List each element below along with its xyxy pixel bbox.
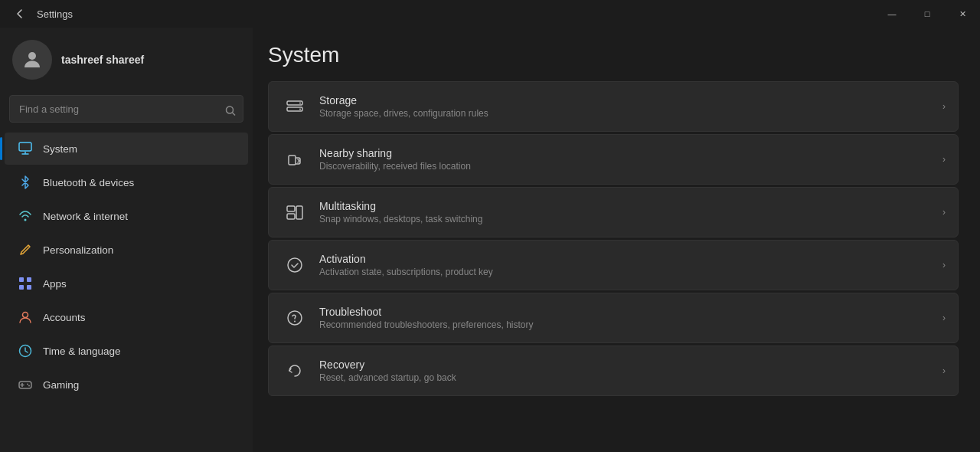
search-container <box>0 92 253 132</box>
window-title: Settings <box>37 8 73 20</box>
nearby-sharing-icon <box>281 146 309 173</box>
svg-point-6 <box>24 219 27 221</box>
svg-rect-3 <box>19 142 31 151</box>
storage-icon <box>281 93 309 120</box>
window-controls: — □ ✕ <box>874 0 980 28</box>
svg-point-20 <box>299 103 301 104</box>
activation-text: Activation Activation state, subscriptio… <box>319 253 936 277</box>
time-icon <box>17 342 34 359</box>
storage-chevron: › <box>942 101 946 112</box>
setting-row-troubleshoot[interactable]: Troubleshoot Recommended troubleshooters… <box>268 293 959 343</box>
svg-point-21 <box>299 109 301 110</box>
recovery-chevron: › <box>942 365 946 376</box>
sidebar-item-system[interactable]: System <box>5 133 248 165</box>
recovery-text: Recovery Reset, advanced startup, go bac… <box>319 359 936 383</box>
activation-chevron: › <box>942 260 946 270</box>
svg-point-17 <box>28 385 30 387</box>
maximize-button[interactable]: □ <box>910 0 945 28</box>
recovery-title: Recovery <box>319 359 936 371</box>
sidebar-item-label-bluetooth: Bluetooth & devices <box>43 177 134 188</box>
svg-point-16 <box>27 384 28 385</box>
sidebar-item-personalization[interactable]: Personalization <box>5 234 248 266</box>
svg-rect-25 <box>296 206 302 219</box>
troubleshoot-icon <box>281 304 309 332</box>
sidebar-item-label-network: Network & internet <box>43 211 128 222</box>
sidebar-item-network[interactable]: Network & internet <box>5 200 248 232</box>
minimize-button[interactable]: — <box>874 0 910 28</box>
multitasking-title: Multitasking <box>319 200 936 212</box>
setting-row-storage[interactable]: Storage Storage space, drives, configura… <box>268 81 959 132</box>
multitasking-chevron: › <box>942 207 946 218</box>
personalization-icon <box>17 241 34 258</box>
close-button[interactable]: ✕ <box>945 0 980 28</box>
troubleshoot-text: Troubleshoot Recommended troubleshooters… <box>319 306 936 330</box>
gaming-icon <box>17 376 34 393</box>
titlebar: Settings — □ ✕ <box>0 0 980 28</box>
storage-title: Storage <box>319 94 936 106</box>
svg-point-11 <box>23 313 28 318</box>
activation-desc: Activation state, subscriptions, product… <box>319 267 936 277</box>
svg-rect-24 <box>287 214 295 219</box>
sidebar-item-label-gaming: Gaming <box>43 379 79 391</box>
back-button[interactable] <box>9 3 31 25</box>
svg-rect-7 <box>19 277 24 282</box>
sidebar-item-label-system: System <box>43 143 77 155</box>
troubleshoot-chevron: › <box>942 313 946 323</box>
network-icon <box>17 208 34 224</box>
app-body: tashreef shareef System <box>0 28 980 452</box>
svg-rect-9 <box>19 285 24 290</box>
page-title: System <box>268 43 959 67</box>
system-icon <box>17 140 34 157</box>
svg-point-0 <box>28 52 36 60</box>
troubleshoot-desc: Recommended troubleshooters, preferences… <box>319 319 936 330</box>
recovery-icon <box>281 357 309 385</box>
setting-row-recovery[interactable]: Recovery Reset, advanced startup, go bac… <box>268 346 959 396</box>
sidebar-item-label-time: Time & language <box>43 346 121 357</box>
svg-rect-23 <box>287 206 295 211</box>
bluetooth-icon <box>17 174 34 191</box>
svg-point-26 <box>288 258 302 272</box>
multitasking-text: Multitasking Snap windows, desktops, tas… <box>319 200 936 224</box>
storage-text: Storage Storage space, drives, configura… <box>319 94 936 119</box>
svg-rect-8 <box>27 277 31 282</box>
sidebar-item-gaming[interactable]: Gaming <box>5 368 248 401</box>
user-profile[interactable]: tashreef shareef <box>0 28 253 92</box>
svg-rect-10 <box>27 285 31 290</box>
sidebar-item-label-accounts: Accounts <box>43 312 86 323</box>
sidebar: tashreef shareef System <box>0 28 253 452</box>
setting-row-nearby-sharing[interactable]: Nearby sharing Discoverability, received… <box>268 134 959 185</box>
nearby-sharing-title: Nearby sharing <box>319 147 936 159</box>
nearby-sharing-chevron: › <box>942 154 946 165</box>
sidebar-item-accounts[interactable]: Accounts <box>5 301 248 333</box>
avatar <box>12 40 52 80</box>
setting-row-multitasking[interactable]: Multitasking Snap windows, desktops, tas… <box>268 187 959 237</box>
activation-icon <box>281 251 309 279</box>
multitasking-icon <box>281 198 309 226</box>
apps-icon <box>17 275 34 292</box>
sidebar-item-time[interactable]: Time & language <box>5 335 248 367</box>
sidebar-item-label-apps: Apps <box>43 278 67 290</box>
accounts-icon <box>17 309 34 326</box>
nearby-sharing-desc: Discoverability, received files location <box>319 161 936 172</box>
main-content: System Storage Storage space, drives, co… <box>253 28 980 452</box>
user-name: tashreef shareef <box>61 54 144 66</box>
sidebar-item-bluetooth[interactable]: Bluetooth & devices <box>5 166 248 198</box>
storage-desc: Storage space, drives, configuration rul… <box>319 108 936 119</box>
multitasking-desc: Snap windows, desktops, task switching <box>319 214 936 224</box>
recovery-desc: Reset, advanced startup, go back <box>319 372 936 383</box>
sidebar-item-apps[interactable]: Apps <box>5 267 248 300</box>
activation-title: Activation <box>319 253 936 265</box>
svg-point-28 <box>294 321 296 323</box>
search-input[interactable] <box>9 95 243 123</box>
setting-row-activation[interactable]: Activation Activation state, subscriptio… <box>268 240 959 290</box>
svg-rect-22 <box>289 156 296 165</box>
troubleshoot-title: Troubleshoot <box>319 306 936 318</box>
nearby-sharing-text: Nearby sharing Discoverability, received… <box>319 147 936 172</box>
sidebar-item-label-personalization: Personalization <box>43 244 113 256</box>
